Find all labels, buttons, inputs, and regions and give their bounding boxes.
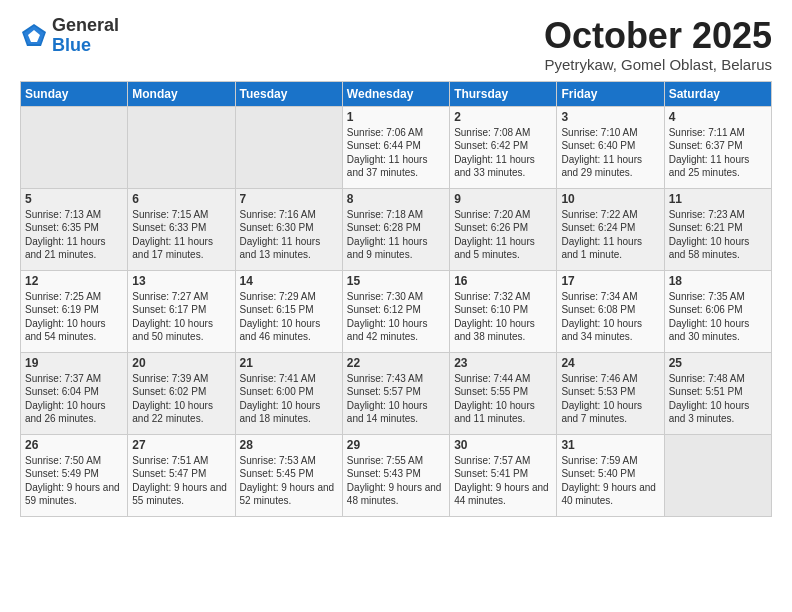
day-content: Sunrise: 7:10 AM Sunset: 6:40 PM Dayligh…	[561, 126, 659, 180]
day-content: Sunrise: 7:32 AM Sunset: 6:10 PM Dayligh…	[454, 290, 552, 344]
day-content: Sunrise: 7:29 AM Sunset: 6:15 PM Dayligh…	[240, 290, 338, 344]
day-number: 26	[25, 438, 123, 452]
location: Pyetrykaw, Gomel Oblast, Belarus	[544, 56, 772, 73]
day-number: 12	[25, 274, 123, 288]
calendar-cell	[664, 434, 771, 516]
calendar-week-2: 5Sunrise: 7:13 AM Sunset: 6:35 PM Daylig…	[21, 188, 772, 270]
calendar-cell: 30Sunrise: 7:57 AM Sunset: 5:41 PM Dayli…	[450, 434, 557, 516]
month-title: October 2025	[544, 16, 772, 56]
calendar-cell: 2Sunrise: 7:08 AM Sunset: 6:42 PM Daylig…	[450, 106, 557, 188]
day-number: 31	[561, 438, 659, 452]
logo-blue-label: Blue	[52, 36, 119, 56]
logo: General Blue	[20, 16, 119, 56]
day-content: Sunrise: 7:11 AM Sunset: 6:37 PM Dayligh…	[669, 126, 767, 180]
header: General Blue October 2025 Pyetrykaw, Gom…	[20, 16, 772, 73]
calendar-cell: 5Sunrise: 7:13 AM Sunset: 6:35 PM Daylig…	[21, 188, 128, 270]
calendar-cell: 9Sunrise: 7:20 AM Sunset: 6:26 PM Daylig…	[450, 188, 557, 270]
day-content: Sunrise: 7:20 AM Sunset: 6:26 PM Dayligh…	[454, 208, 552, 262]
calendar-cell: 13Sunrise: 7:27 AM Sunset: 6:17 PM Dayli…	[128, 270, 235, 352]
calendar-cell	[235, 106, 342, 188]
calendar-cell: 31Sunrise: 7:59 AM Sunset: 5:40 PM Dayli…	[557, 434, 664, 516]
day-content: Sunrise: 7:34 AM Sunset: 6:08 PM Dayligh…	[561, 290, 659, 344]
day-number: 10	[561, 192, 659, 206]
day-content: Sunrise: 7:22 AM Sunset: 6:24 PM Dayligh…	[561, 208, 659, 262]
calendar-cell: 11Sunrise: 7:23 AM Sunset: 6:21 PM Dayli…	[664, 188, 771, 270]
day-content: Sunrise: 7:15 AM Sunset: 6:33 PM Dayligh…	[132, 208, 230, 262]
day-number: 5	[25, 192, 123, 206]
calendar-week-4: 19Sunrise: 7:37 AM Sunset: 6:04 PM Dayli…	[21, 352, 772, 434]
day-number: 13	[132, 274, 230, 288]
calendar-cell: 29Sunrise: 7:55 AM Sunset: 5:43 PM Dayli…	[342, 434, 449, 516]
day-number: 28	[240, 438, 338, 452]
calendar-cell: 1Sunrise: 7:06 AM Sunset: 6:44 PM Daylig…	[342, 106, 449, 188]
day-content: Sunrise: 7:59 AM Sunset: 5:40 PM Dayligh…	[561, 454, 659, 508]
calendar-cell: 7Sunrise: 7:16 AM Sunset: 6:30 PM Daylig…	[235, 188, 342, 270]
calendar-cell: 16Sunrise: 7:32 AM Sunset: 6:10 PM Dayli…	[450, 270, 557, 352]
day-header-sunday: Sunday	[21, 81, 128, 106]
day-number: 21	[240, 356, 338, 370]
calendar-cell: 14Sunrise: 7:29 AM Sunset: 6:15 PM Dayli…	[235, 270, 342, 352]
calendar-cell: 8Sunrise: 7:18 AM Sunset: 6:28 PM Daylig…	[342, 188, 449, 270]
day-header-wednesday: Wednesday	[342, 81, 449, 106]
day-number: 19	[25, 356, 123, 370]
day-content: Sunrise: 7:46 AM Sunset: 5:53 PM Dayligh…	[561, 372, 659, 426]
calendar-cell: 15Sunrise: 7:30 AM Sunset: 6:12 PM Dayli…	[342, 270, 449, 352]
day-number: 14	[240, 274, 338, 288]
calendar-cell: 3Sunrise: 7:10 AM Sunset: 6:40 PM Daylig…	[557, 106, 664, 188]
day-content: Sunrise: 7:37 AM Sunset: 6:04 PM Dayligh…	[25, 372, 123, 426]
day-content: Sunrise: 7:57 AM Sunset: 5:41 PM Dayligh…	[454, 454, 552, 508]
day-number: 2	[454, 110, 552, 124]
day-number: 22	[347, 356, 445, 370]
day-content: Sunrise: 7:48 AM Sunset: 5:51 PM Dayligh…	[669, 372, 767, 426]
calendar-cell: 25Sunrise: 7:48 AM Sunset: 5:51 PM Dayli…	[664, 352, 771, 434]
day-content: Sunrise: 7:43 AM Sunset: 5:57 PM Dayligh…	[347, 372, 445, 426]
day-number: 24	[561, 356, 659, 370]
calendar-header-row: SundayMondayTuesdayWednesdayThursdayFrid…	[21, 81, 772, 106]
calendar-cell: 24Sunrise: 7:46 AM Sunset: 5:53 PM Dayli…	[557, 352, 664, 434]
day-content: Sunrise: 7:44 AM Sunset: 5:55 PM Dayligh…	[454, 372, 552, 426]
calendar-cell: 27Sunrise: 7:51 AM Sunset: 5:47 PM Dayli…	[128, 434, 235, 516]
day-header-saturday: Saturday	[664, 81, 771, 106]
day-number: 6	[132, 192, 230, 206]
day-content: Sunrise: 7:13 AM Sunset: 6:35 PM Dayligh…	[25, 208, 123, 262]
day-header-tuesday: Tuesday	[235, 81, 342, 106]
calendar-week-3: 12Sunrise: 7:25 AM Sunset: 6:19 PM Dayli…	[21, 270, 772, 352]
day-number: 3	[561, 110, 659, 124]
title-block: October 2025 Pyetrykaw, Gomel Oblast, Be…	[544, 16, 772, 73]
day-number: 17	[561, 274, 659, 288]
day-number: 20	[132, 356, 230, 370]
day-number: 9	[454, 192, 552, 206]
calendar-cell: 10Sunrise: 7:22 AM Sunset: 6:24 PM Dayli…	[557, 188, 664, 270]
calendar-cell: 19Sunrise: 7:37 AM Sunset: 6:04 PM Dayli…	[21, 352, 128, 434]
logo-general-label: General	[52, 16, 119, 36]
day-content: Sunrise: 7:41 AM Sunset: 6:00 PM Dayligh…	[240, 372, 338, 426]
day-content: Sunrise: 7:06 AM Sunset: 6:44 PM Dayligh…	[347, 126, 445, 180]
day-content: Sunrise: 7:30 AM Sunset: 6:12 PM Dayligh…	[347, 290, 445, 344]
logo-text: General Blue	[52, 16, 119, 56]
calendar-cell: 26Sunrise: 7:50 AM Sunset: 5:49 PM Dayli…	[21, 434, 128, 516]
calendar-cell: 22Sunrise: 7:43 AM Sunset: 5:57 PM Dayli…	[342, 352, 449, 434]
day-number: 7	[240, 192, 338, 206]
day-number: 23	[454, 356, 552, 370]
day-number: 30	[454, 438, 552, 452]
day-content: Sunrise: 7:16 AM Sunset: 6:30 PM Dayligh…	[240, 208, 338, 262]
day-number: 27	[132, 438, 230, 452]
day-number: 29	[347, 438, 445, 452]
calendar-week-5: 26Sunrise: 7:50 AM Sunset: 5:49 PM Dayli…	[21, 434, 772, 516]
day-content: Sunrise: 7:51 AM Sunset: 5:47 PM Dayligh…	[132, 454, 230, 508]
day-number: 15	[347, 274, 445, 288]
day-number: 18	[669, 274, 767, 288]
day-header-monday: Monday	[128, 81, 235, 106]
day-content: Sunrise: 7:27 AM Sunset: 6:17 PM Dayligh…	[132, 290, 230, 344]
day-number: 4	[669, 110, 767, 124]
logo-icon	[20, 22, 48, 50]
day-content: Sunrise: 7:39 AM Sunset: 6:02 PM Dayligh…	[132, 372, 230, 426]
calendar-cell: 6Sunrise: 7:15 AM Sunset: 6:33 PM Daylig…	[128, 188, 235, 270]
calendar-cell	[21, 106, 128, 188]
calendar-cell: 12Sunrise: 7:25 AM Sunset: 6:19 PM Dayli…	[21, 270, 128, 352]
calendar-week-1: 1Sunrise: 7:06 AM Sunset: 6:44 PM Daylig…	[21, 106, 772, 188]
calendar-cell: 18Sunrise: 7:35 AM Sunset: 6:06 PM Dayli…	[664, 270, 771, 352]
day-number: 11	[669, 192, 767, 206]
day-header-friday: Friday	[557, 81, 664, 106]
calendar: SundayMondayTuesdayWednesdayThursdayFrid…	[20, 81, 772, 517]
